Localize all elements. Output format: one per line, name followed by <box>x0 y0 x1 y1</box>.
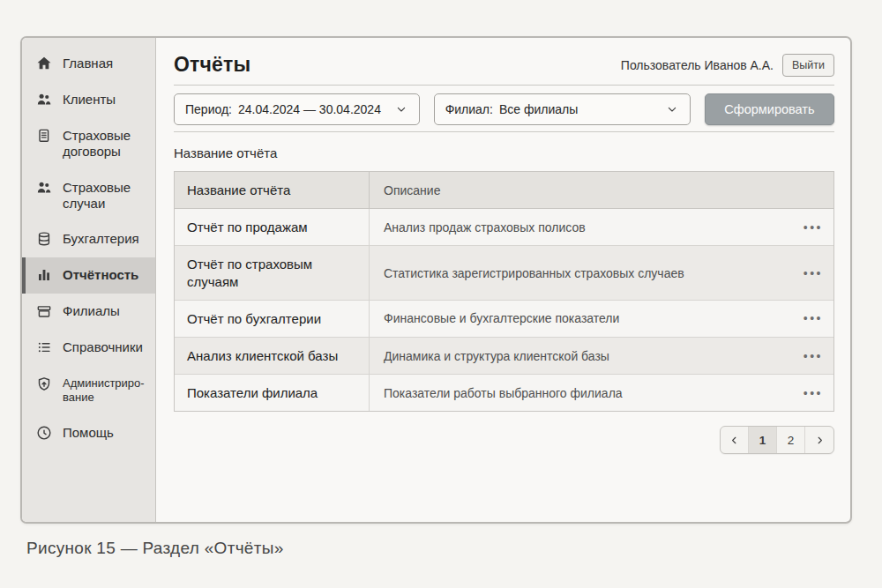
sidebar-item-label: Справочники <box>63 339 143 355</box>
filter-bar: Период: 24.04.2024 — 30.04.2024 Филиал: … <box>174 93 834 132</box>
pagination-next-button[interactable] <box>805 427 833 453</box>
sidebar-item-help[interactable]: Помощь <box>22 415 155 451</box>
app-window: Главная Клиенты Страховые договоры Страх… <box>20 36 852 524</box>
branch-select[interactable]: Филиал: Все филиалы <box>434 93 691 125</box>
report-description: Финансовые и бухгалтерские показатели <box>370 301 782 336</box>
pagination-area: 1 2 <box>174 426 834 454</box>
report-name: Отчёт по бухгалтерии <box>175 301 370 337</box>
cases-icon <box>34 179 54 197</box>
section-label: Название отчёта <box>174 145 834 160</box>
page-title: Отчёты <box>174 53 250 77</box>
row-menu-ellipsis-icon[interactable]: ••• <box>800 344 833 368</box>
sidebar-item-label: Отчётность <box>63 267 138 283</box>
sidebar-item-administration[interactable]: Администриро-вание <box>22 366 155 415</box>
row-menu-ellipsis-icon[interactable]: ••• <box>800 215 833 240</box>
column-header-name: Название отчёта <box>175 172 370 208</box>
report-description: Динамика и структура клиентской базы <box>370 339 782 374</box>
sidebar-item-label: Филиалы <box>63 303 120 319</box>
sidebar: Главная Клиенты Страховые договоры Страх… <box>22 38 156 522</box>
pagination-page-2[interactable]: 2 <box>777 427 805 453</box>
sidebar-item-label: Страховые случаи <box>63 180 150 212</box>
main-content: Отчёты Пользователь Иванов А.А. Выйти Пе… <box>156 38 850 522</box>
sidebar-item-branches[interactable]: Филиалы <box>22 294 155 330</box>
home-icon <box>34 55 54 72</box>
figure-caption: Рисунок 15 — Раздел «Отчёты» <box>26 539 284 558</box>
row-menu-ellipsis-icon[interactable]: ••• <box>800 261 833 286</box>
period-select[interactable]: Период: 24.04.2024 — 30.04.2024 <box>174 93 420 125</box>
sidebar-item-label: Бухгалтерия <box>63 231 139 247</box>
sidebar-item-label: Страховые договоры <box>63 128 150 160</box>
pagination-page-1[interactable]: 1 <box>749 427 777 453</box>
table-header-row: Название отчёта Описание <box>175 172 833 209</box>
column-header-description: Описание <box>370 173 782 208</box>
report-description: Анализ продаж страховых полисов <box>370 210 782 245</box>
table-row: Отчёт по бухгалтерии Финансовые и бухгал… <box>175 301 833 338</box>
topbar: Отчёты Пользователь Иванов А.А. Выйти <box>174 45 834 86</box>
sidebar-item-accounting[interactable]: Бухгалтерия <box>22 221 155 257</box>
sidebar-item-cases[interactable]: Страховые случаи <box>22 170 155 222</box>
period-select-value: 24.04.2024 — 30.04.2024 <box>238 102 381 116</box>
table-row: Отчёт по продажам Анализ продаж страховы… <box>175 209 833 246</box>
report-description: Статистика зарегистрированных страховых … <box>370 256 782 291</box>
chevron-right-icon <box>814 435 826 446</box>
report-name: Анализ клиентской базы <box>175 338 370 374</box>
chevron-down-icon <box>394 102 408 116</box>
sidebar-item-reports[interactable]: Отчётность <box>22 257 155 294</box>
table-row: Показатели филиала Показатели работы выб… <box>175 375 833 411</box>
accounting-icon <box>34 230 54 248</box>
clients-icon <box>34 91 54 108</box>
logout-button[interactable]: Выйти <box>782 54 834 77</box>
row-menu-ellipsis-icon[interactable]: ••• <box>800 306 833 331</box>
user-area: Пользователь Иванов А.А. Выйти <box>621 54 834 77</box>
sidebar-item-label: Помощь <box>63 425 114 441</box>
branches-icon <box>34 302 54 320</box>
generate-report-button[interactable]: Сформировать <box>705 93 834 125</box>
sidebar-item-contracts[interactable]: Страховые договоры <box>22 118 155 170</box>
report-description: Показатели работы выбранного филиала <box>370 376 782 411</box>
chevron-left-icon <box>729 435 740 446</box>
pagination-prev-button[interactable] <box>721 427 749 453</box>
directories-icon <box>34 339 54 356</box>
period-select-label: Период: <box>185 102 232 116</box>
contracts-icon <box>34 127 54 145</box>
sidebar-item-directories[interactable]: Справочники <box>22 330 155 366</box>
help-icon <box>34 424 54 442</box>
branch-select-label: Филиал: <box>445 102 493 116</box>
row-menu-ellipsis-icon[interactable]: ••• <box>800 381 833 406</box>
sidebar-item-label: Администриро-вание <box>63 376 150 405</box>
chevron-down-icon <box>665 102 679 116</box>
report-name: Отчёт по страховым случаям <box>175 246 370 299</box>
sidebar-item-clients[interactable]: Клиенты <box>22 82 155 118</box>
report-name: Показатели филиала <box>175 375 370 411</box>
user-name: Пользователь Иванов А.А. <box>621 58 774 72</box>
reports-icon <box>34 266 54 284</box>
report-name: Отчёт по продажам <box>175 209 370 245</box>
sidebar-item-label: Клиенты <box>63 92 116 108</box>
table-body: Отчёт по продажам Анализ продаж страховы… <box>175 209 833 411</box>
reports-table: Название отчёта Описание Отчёт по продаж… <box>174 171 834 412</box>
branch-select-value: Все филиалы <box>499 102 578 116</box>
sidebar-item-label: Главная <box>63 56 113 71</box>
pagination: 1 2 <box>720 426 834 454</box>
admin-shield-icon <box>34 376 54 393</box>
sidebar-item-home[interactable]: Главная <box>22 46 155 82</box>
column-header-actions <box>782 172 833 208</box>
table-row: Отчёт по страховым случаям Статистика за… <box>175 246 833 300</box>
table-row: Анализ клиентской базы Динамика и структ… <box>175 338 833 375</box>
